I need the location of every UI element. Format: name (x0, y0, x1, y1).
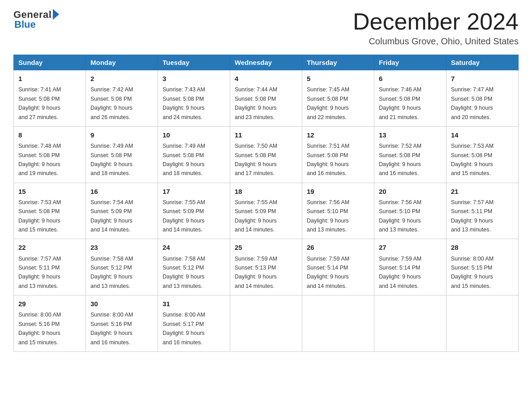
day-number: 15 (18, 186, 81, 197)
calendar-header-friday: Friday (374, 55, 446, 70)
day-info: Sunrise: 7:53 AMSunset: 5:08 PMDaylight:… (18, 199, 61, 233)
day-info: Sunrise: 7:46 AMSunset: 5:08 PMDaylight:… (379, 86, 421, 120)
day-number: 28 (451, 242, 514, 253)
day-number: 11 (235, 130, 297, 140)
calendar-day-cell: 1 Sunrise: 7:41 AMSunset: 5:08 PMDayligh… (14, 70, 86, 127)
day-number: 3 (163, 73, 225, 84)
calendar-day-cell: 25 Sunrise: 7:59 AMSunset: 5:13 PMDaylig… (230, 239, 302, 295)
calendar-header-monday: Monday (86, 55, 158, 70)
title-block: December 2024 Columbus Grove, Ohio, Unit… (353, 9, 519, 47)
calendar-day-cell: 8 Sunrise: 7:48 AMSunset: 5:08 PMDayligh… (14, 126, 86, 183)
calendar-day-cell: 7 Sunrise: 7:47 AMSunset: 5:08 PMDayligh… (446, 70, 519, 127)
day-info: Sunrise: 7:51 AMSunset: 5:08 PMDaylight:… (307, 143, 349, 176)
day-info: Sunrise: 7:53 AMSunset: 5:08 PMDaylight:… (451, 143, 493, 176)
calendar-header-saturday: Saturday (446, 55, 519, 70)
calendar-day-cell (230, 295, 302, 352)
day-number: 5 (307, 73, 369, 84)
calendar-day-cell: 28 Sunrise: 8:00 AMSunset: 5:15 PMDaylig… (446, 239, 519, 295)
day-number: 24 (163, 242, 225, 253)
day-info: Sunrise: 7:43 AMSunset: 5:08 PMDaylight:… (163, 86, 205, 120)
calendar-header-tuesday: Tuesday (158, 55, 230, 70)
calendar-day-cell: 27 Sunrise: 7:59 AMSunset: 5:14 PMDaylig… (374, 239, 446, 295)
day-info: Sunrise: 7:59 AMSunset: 5:13 PMDaylight:… (235, 256, 277, 289)
day-number: 6 (379, 73, 442, 84)
day-info: Sunrise: 7:59 AMSunset: 5:14 PMDaylight:… (379, 256, 421, 289)
day-info: Sunrise: 8:00 AMSunset: 5:15 PMDaylight:… (451, 256, 493, 289)
day-number: 21 (451, 186, 514, 197)
calendar-header-row: SundayMondayTuesdayWednesdayThursdayFrid… (14, 55, 519, 70)
calendar-day-cell: 31 Sunrise: 8:00 AMSunset: 5:17 PMDaylig… (158, 295, 230, 352)
calendar-day-cell: 2 Sunrise: 7:42 AMSunset: 5:08 PMDayligh… (86, 70, 158, 127)
calendar-week-row: 1 Sunrise: 7:41 AMSunset: 5:08 PMDayligh… (14, 70, 519, 127)
day-number: 26 (307, 242, 369, 253)
calendar-day-cell: 18 Sunrise: 7:55 AMSunset: 5:09 PMDaylig… (230, 183, 302, 239)
day-number: 20 (379, 186, 442, 197)
day-info: Sunrise: 7:49 AMSunset: 5:08 PMDaylight:… (90, 143, 133, 176)
calendar-day-cell: 9 Sunrise: 7:49 AMSunset: 5:08 PMDayligh… (86, 126, 158, 183)
calendar-week-row: 29 Sunrise: 8:00 AMSunset: 5:16 PMDaylig… (14, 295, 519, 352)
day-number: 4 (235, 73, 297, 84)
day-number: 27 (379, 242, 442, 253)
calendar-day-cell: 21 Sunrise: 7:57 AMSunset: 5:11 PMDaylig… (446, 183, 519, 239)
location-subtitle: Columbus Grove, Ohio, United States (353, 36, 519, 47)
day-number: 18 (235, 186, 297, 197)
calendar-day-cell: 10 Sunrise: 7:49 AMSunset: 5:08 PMDaylig… (158, 126, 230, 183)
day-number: 8 (18, 130, 81, 140)
calendar-header-sunday: Sunday (14, 55, 86, 70)
day-number: 12 (307, 130, 369, 140)
day-info: Sunrise: 7:48 AMSunset: 5:08 PMDaylight:… (18, 143, 61, 176)
calendar-day-cell: 29 Sunrise: 8:00 AMSunset: 5:16 PMDaylig… (14, 295, 86, 352)
day-info: Sunrise: 7:50 AMSunset: 5:08 PMDaylight:… (235, 143, 277, 176)
calendar-day-cell: 19 Sunrise: 7:56 AMSunset: 5:10 PMDaylig… (302, 183, 374, 239)
calendar-day-cell (302, 295, 374, 352)
day-info: Sunrise: 7:59 AMSunset: 5:14 PMDaylight:… (307, 256, 349, 289)
day-number: 2 (90, 73, 153, 84)
day-info: Sunrise: 7:55 AMSunset: 5:09 PMDaylight:… (235, 199, 277, 233)
calendar-day-cell: 11 Sunrise: 7:50 AMSunset: 5:08 PMDaylig… (230, 126, 302, 183)
calendar-day-cell: 26 Sunrise: 7:59 AMSunset: 5:14 PMDaylig… (302, 239, 374, 295)
day-info: Sunrise: 7:57 AMSunset: 5:11 PMDaylight:… (18, 256, 61, 289)
calendar-day-cell: 23 Sunrise: 7:58 AMSunset: 5:12 PMDaylig… (86, 239, 158, 295)
day-number: 17 (163, 186, 225, 197)
day-info: Sunrise: 7:58 AMSunset: 5:12 PMDaylight:… (90, 256, 133, 289)
day-number: 23 (90, 242, 153, 253)
calendar-table: SundayMondayTuesdayWednesdayThursdayFrid… (13, 55, 519, 352)
day-number: 9 (90, 130, 153, 140)
day-number: 13 (379, 130, 442, 140)
calendar-day-cell: 16 Sunrise: 7:54 AMSunset: 5:09 PMDaylig… (86, 183, 158, 239)
calendar-day-cell: 13 Sunrise: 7:52 AMSunset: 5:08 PMDaylig… (374, 126, 446, 183)
day-info: Sunrise: 7:58 AMSunset: 5:12 PMDaylight:… (163, 256, 205, 289)
day-number: 30 (90, 299, 153, 309)
day-info: Sunrise: 7:44 AMSunset: 5:08 PMDaylight:… (235, 86, 277, 120)
calendar-day-cell: 14 Sunrise: 7:53 AMSunset: 5:08 PMDaylig… (446, 126, 519, 183)
day-info: Sunrise: 7:47 AMSunset: 5:08 PMDaylight:… (451, 86, 493, 120)
calendar-day-cell: 15 Sunrise: 7:53 AMSunset: 5:08 PMDaylig… (14, 183, 86, 239)
month-title: December 2024 (353, 9, 519, 34)
logo-blue-text: Blue (14, 19, 36, 30)
page-header: General Blue December 2024 Columbus Grov… (13, 9, 519, 47)
calendar-header-wednesday: Wednesday (230, 55, 302, 70)
calendar-day-cell: 6 Sunrise: 7:46 AMSunset: 5:08 PMDayligh… (374, 70, 446, 127)
calendar-day-cell: 12 Sunrise: 7:51 AMSunset: 5:08 PMDaylig… (302, 126, 374, 183)
calendar-day-cell: 22 Sunrise: 7:57 AMSunset: 5:11 PMDaylig… (14, 239, 86, 295)
day-number: 25 (235, 242, 297, 253)
day-info: Sunrise: 8:00 AMSunset: 5:17 PMDaylight:… (163, 312, 205, 345)
day-number: 29 (18, 299, 81, 309)
day-number: 31 (163, 299, 225, 309)
day-info: Sunrise: 7:49 AMSunset: 5:08 PMDaylight:… (163, 143, 205, 176)
day-number: 1 (18, 73, 81, 84)
logo: General Blue (13, 9, 59, 30)
calendar-day-cell: 20 Sunrise: 7:56 AMSunset: 5:10 PMDaylig… (374, 183, 446, 239)
logo-arrow-icon (53, 9, 59, 20)
calendar-day-cell (446, 295, 519, 352)
day-info: Sunrise: 7:45 AMSunset: 5:08 PMDaylight:… (307, 86, 349, 120)
calendar-day-cell: 4 Sunrise: 7:44 AMSunset: 5:08 PMDayligh… (230, 70, 302, 127)
day-number: 19 (307, 186, 369, 197)
calendar-day-cell: 30 Sunrise: 8:00 AMSunset: 5:16 PMDaylig… (86, 295, 158, 352)
calendar-day-cell: 24 Sunrise: 7:58 AMSunset: 5:12 PMDaylig… (158, 239, 230, 295)
calendar-day-cell: 3 Sunrise: 7:43 AMSunset: 5:08 PMDayligh… (158, 70, 230, 127)
calendar-week-row: 15 Sunrise: 7:53 AMSunset: 5:08 PMDaylig… (14, 183, 519, 239)
day-info: Sunrise: 8:00 AMSunset: 5:16 PMDaylight:… (90, 312, 133, 345)
calendar-day-cell: 17 Sunrise: 7:55 AMSunset: 5:09 PMDaylig… (158, 183, 230, 239)
day-number: 7 (451, 73, 514, 84)
